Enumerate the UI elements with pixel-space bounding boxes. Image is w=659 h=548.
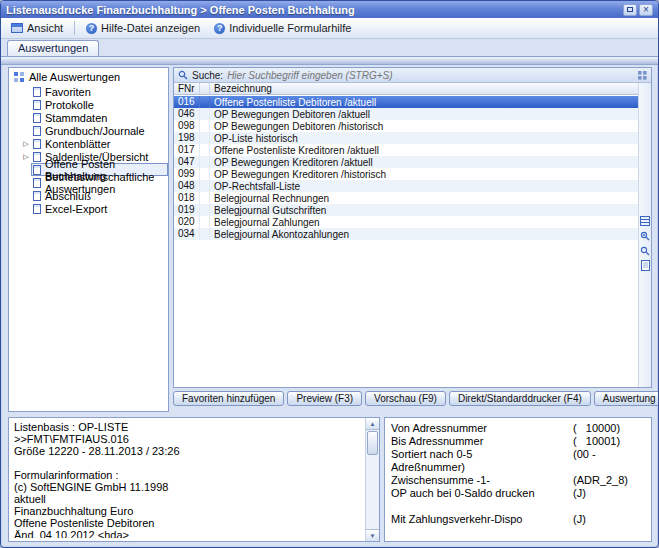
action-button[interactable]: Vorschau (F9): [365, 391, 446, 406]
help-file-button[interactable]: ? Hilfe-Datei anzeigen: [80, 20, 206, 36]
tree-item[interactable]: ▷ Protokolle: [9, 98, 168, 111]
expander-icon[interactable]: ▷: [21, 140, 31, 148]
document-icon: [33, 165, 41, 175]
side-toolbar: [638, 83, 651, 387]
tab-band: [1, 56, 658, 65]
tree-item-label: Excel-Export: [45, 203, 107, 215]
ansicht-button[interactable]: Ansicht: [5, 20, 69, 36]
parameter-row: Zwischensumme -1- (ADR_2_8): [391, 474, 645, 487]
expander-icon[interactable]: ▷: [21, 153, 31, 161]
table-row[interactable]: 099 OP Bewegungen Kreditoren /historisch: [174, 168, 638, 180]
cell-flag: [200, 192, 210, 204]
tree-item[interactable]: ▷ Favoriten: [9, 85, 168, 98]
toolbar-separator: [74, 21, 75, 35]
form-help-button[interactable]: ? Individuelle Formularhilfe: [208, 20, 357, 36]
parameter-value: (00 -: [573, 448, 596, 461]
document-icon: [33, 204, 41, 214]
table-row[interactable]: 016 Offene Postenliste Debitoren /aktuel…: [174, 96, 638, 108]
scroll-down-icon[interactable]: ▼: [366, 529, 379, 541]
tree-item[interactable]: ▷ Stammdaten: [9, 111, 168, 124]
cell-bezeichnung: Offene Postenliste Kreditoren /aktuell: [210, 145, 638, 156]
table-row[interactable]: 046 OP Bewegungen Debitoren /aktuell: [174, 108, 638, 120]
table-row[interactable]: 098 OP Bewegungen Debitoren /historisch: [174, 120, 638, 132]
cell-flag: [200, 204, 210, 216]
column-header-bezeichnung[interactable]: Bezeichnung: [210, 83, 638, 94]
cell-bezeichnung: Belegjournal Akontozahlungen: [210, 229, 638, 240]
action-button[interactable]: Auswertung drucken: [594, 391, 659, 406]
close-button[interactable]: ×: [639, 4, 653, 16]
toolbar: Ansicht ? Hilfe-Datei anzeigen ? Individ…: [1, 18, 658, 39]
parameter-label: Zwischensumme -1-: [391, 474, 573, 487]
view-icon: [11, 23, 23, 33]
search-input[interactable]: [227, 70, 634, 81]
zoom-in-icon[interactable]: [640, 230, 651, 241]
cell-flag: [200, 216, 210, 228]
table-row[interactable]: 048 OP-Rechtsfall-Liste: [174, 180, 638, 192]
cell-bezeichnung: Belegjournal Gutschriften: [210, 205, 638, 216]
column-header-fnr[interactable]: FNr: [174, 83, 200, 94]
help-file-button-label: Hilfe-Datei anzeigen: [101, 22, 200, 34]
table-row[interactable]: 034 Belegjournal Akontozahlungen: [174, 228, 638, 240]
parameter-label: [391, 500, 573, 513]
column-header-flag[interactable]: [200, 83, 210, 94]
document-icon[interactable]: [640, 260, 651, 271]
cell-fnr: 020: [174, 216, 200, 228]
table-row[interactable]: 018 Belegjournal Rechnungen: [174, 192, 638, 204]
parameter-row: Sortiert nach 0-5 (00 -: [391, 448, 645, 461]
tab-auswertungen[interactable]: Auswertungen: [7, 40, 99, 56]
cell-bezeichnung: Offene Postenliste Debitoren /aktuell: [210, 97, 638, 108]
table-layout-icon[interactable]: [640, 215, 651, 226]
action-button[interactable]: Favoriten hinzufügen: [173, 391, 284, 406]
cell-bezeichnung: OP Bewegungen Debitoren /historisch: [210, 121, 638, 132]
tree-root-icon: [14, 72, 25, 82]
info-line: [14, 457, 362, 469]
table-row[interactable]: 198 OP-Liste historisch: [174, 132, 638, 144]
table-row[interactable]: 019 Belegjournal Gutschriften: [174, 204, 638, 216]
parameter-label: Von Adressnummer: [391, 422, 573, 435]
ansicht-button-label: Ansicht: [27, 22, 63, 34]
parameter-row: [391, 500, 645, 513]
parameter-label: Adreßnummer): [391, 461, 573, 474]
cell-fnr: 047: [174, 156, 200, 168]
info-line: Formularinformation :: [14, 469, 362, 481]
maximize-icon: [627, 7, 633, 12]
info-line: (c) SoftENGINE GmbH 11.1998: [14, 481, 362, 493]
table-row[interactable]: 047 OP Bewegungen Kreditoren /aktuell: [174, 156, 638, 168]
table-row[interactable]: 017 Offene Postenliste Kreditoren /aktue…: [174, 144, 638, 156]
cell-flag: [200, 156, 210, 168]
scroll-up-icon[interactable]: ▲: [366, 418, 379, 430]
app-window: Listenausdrucke Finanzbuchhaltung > Offe…: [0, 0, 659, 548]
form-info-text: Listenbasis : OP-LISTE>>FMT\FMTFIAUS.016…: [14, 421, 362, 538]
tree-item-label: Kontenblätter: [45, 138, 110, 150]
grid-icon[interactable]: [638, 71, 647, 80]
info-line: Änd. 04.10.2012 <hda>: [14, 529, 362, 538]
zoom-icon[interactable]: [640, 245, 651, 256]
cell-fnr: 017: [174, 144, 200, 156]
info-line: >>FMT\FMTFIAUS.016: [14, 433, 362, 445]
action-button[interactable]: Direkt/Standarddrucker (F4): [449, 391, 591, 406]
scrollbar[interactable]: ▲ ▼: [365, 418, 379, 541]
list-panel: Suche: FNr Bezeichnung 016 Offene Posten…: [173, 67, 652, 388]
parameter-row: Bis Adressnummer ( 10001): [391, 435, 645, 448]
results-table: 016 Offene Postenliste Debitoren /aktuel…: [174, 96, 638, 387]
cell-flag: [200, 180, 210, 192]
tree-panel: Alle Auswertungen ▷ Favoriten ▷ Protokol…: [8, 67, 169, 412]
cell-fnr: 046: [174, 108, 200, 120]
info-line: Größe 12220 - 28.11.2013 / 23:26: [14, 445, 362, 457]
parameter-box: Von Adressnummer ( 10000) Bis Adressnumm…: [384, 417, 652, 542]
tree-item[interactable]: ▷ Betriebswirtschaftliche Auswertungen: [9, 176, 168, 189]
table-row[interactable]: 020 Belegjournal Zahlungen: [174, 216, 638, 228]
tree-root-item[interactable]: Alle Auswertungen: [9, 68, 168, 85]
cell-fnr: 016: [174, 96, 200, 108]
cell-fnr: 099: [174, 168, 200, 180]
tree-item[interactable]: ▷ Excel-Export: [9, 202, 168, 215]
document-icon: [33, 100, 41, 110]
action-button[interactable]: Preview (F3): [287, 391, 362, 406]
titlebar[interactable]: Listenausdrucke Finanzbuchhaltung > Offe…: [1, 1, 658, 18]
maximize-button[interactable]: [623, 4, 637, 16]
search-label: Suche:: [192, 70, 223, 81]
tree-item[interactable]: ▷ Kontenblätter: [9, 137, 168, 150]
tree-item[interactable]: ▷ Grundbuch/Journale: [9, 124, 168, 137]
document-icon: [33, 152, 41, 162]
scrollbar-thumb[interactable]: [367, 431, 378, 455]
